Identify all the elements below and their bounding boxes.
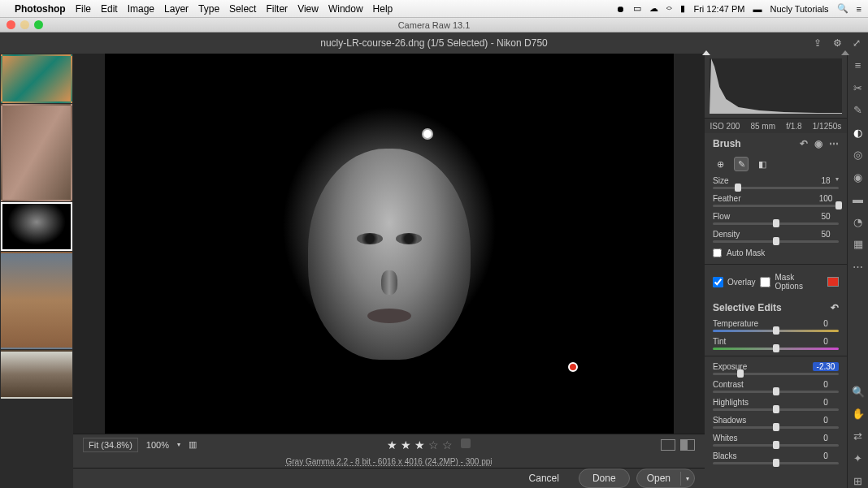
star-2[interactable]: ★	[401, 438, 411, 451]
menu-type[interactable]: Type	[198, 3, 219, 15]
export-icon[interactable]: ⇪	[811, 37, 824, 50]
overlay-checkbox[interactable]: Overlay	[713, 277, 755, 287]
density-slider[interactable]: Density50	[705, 227, 847, 245]
close-icon[interactable]	[7, 20, 15, 29]
size-flyout-icon[interactable]: ▾	[835, 175, 839, 183]
menu-window[interactable]: Window	[328, 3, 363, 15]
traffic-lights[interactable]	[0, 20, 43, 29]
menu-layer[interactable]: Layer	[164, 3, 189, 15]
open-button[interactable]: Open▾	[636, 469, 695, 488]
image-canvas[interactable]	[105, 54, 674, 434]
local-adjust-icon[interactable]: ◐	[851, 126, 866, 140]
flow-slider[interactable]: Flow50	[705, 209, 847, 227]
thumbnail-1[interactable]	[1, 54, 72, 103]
done-button[interactable]: Done	[579, 469, 630, 488]
erase-brush-icon[interactable]: ◧	[755, 157, 770, 171]
contrast-slider[interactable]: Contrast0	[705, 378, 847, 395]
thumbnail-5[interactable]	[1, 350, 72, 399]
hand-tool-icon[interactable]: ✋	[851, 407, 866, 421]
more-tools-icon[interactable]: ⋯	[851, 260, 866, 274]
chevron-down-icon[interactable]: ▾	[177, 441, 180, 448]
compare-icon[interactable]: ▥	[189, 439, 197, 450]
overlay-input[interactable]	[713, 277, 723, 287]
split-view-icon[interactable]	[680, 439, 695, 451]
menu-file[interactable]: File	[76, 3, 91, 15]
spotlight-icon[interactable]: 🔍	[837, 3, 848, 14]
screencast-icon[interactable]: ⏺	[616, 4, 625, 14]
battery-icon[interactable]: ▮	[680, 3, 685, 14]
menu-edit[interactable]: Edit	[101, 3, 118, 15]
new-brush-icon[interactable]: ⊕	[713, 157, 727, 171]
gradient-icon[interactable]: ▬	[851, 192, 866, 207]
cloud-icon[interactable]: ☁	[649, 3, 658, 14]
brush-pin-mask[interactable]	[568, 362, 578, 372]
shadows-slider[interactable]: Shadows0	[705, 413, 847, 431]
mask-options[interactable]: Mask Options	[760, 273, 839, 291]
single-view-icon[interactable]	[661, 439, 675, 451]
presets-icon[interactable]: ▦	[851, 237, 866, 252]
settings-gear-icon[interactable]: ⚙	[831, 37, 844, 50]
toggle-icon[interactable]: ⇄	[851, 430, 866, 444]
menu-select[interactable]: Select	[229, 3, 256, 15]
maskoptions-input[interactable]	[760, 277, 770, 287]
histogram[interactable]	[705, 54, 847, 119]
zoom-icon[interactable]	[34, 20, 43, 29]
exposure-slider[interactable]: Exposure-2.30	[705, 360, 847, 378]
filmstrip[interactable]	[0, 54, 73, 488]
tint-slider[interactable]: Tint0	[705, 335, 847, 352]
menu-filter[interactable]: Filter	[266, 3, 288, 15]
radial-icon[interactable]: ◉	[851, 171, 866, 185]
menu-help[interactable]: Help	[373, 3, 393, 15]
zoom-tool-icon[interactable]: 🔍	[851, 385, 866, 399]
whites-slider[interactable]: Whites0	[705, 431, 847, 449]
app-name[interactable]: Photoshop	[15, 3, 66, 15]
highlight-clip-icon[interactable]	[841, 50, 849, 55]
highlights-slider[interactable]: Highlights0	[705, 395, 847, 413]
tray-icon[interactable]: ▭	[633, 3, 641, 14]
rating-stars[interactable]: ★ ★ ★ ☆ ☆	[387, 438, 471, 451]
shadow-clip-icon[interactable]	[702, 50, 710, 55]
thumbnail-2[interactable]	[1, 104, 72, 201]
image-info-link[interactable]: Gray Gamma 2.2 - 8 bit - 6016 x 4016 (24…	[73, 455, 705, 468]
mask-color-swatch[interactable]	[827, 277, 839, 287]
fullscreen-icon[interactable]: ⤢	[850, 37, 863, 50]
canvas-area[interactable]	[73, 54, 705, 434]
temperature-slider[interactable]: Temperature0	[705, 317, 847, 335]
visibility-icon[interactable]: ◉	[814, 138, 822, 149]
spot-heal-icon[interactable]: ◔	[851, 215, 866, 230]
size-slider[interactable]: Size18 ▾	[705, 174, 847, 192]
sampler-icon[interactable]: ✦	[851, 451, 866, 466]
redeye-icon[interactable]: ◎	[851, 148, 866, 162]
menu-icon[interactable]: ≡	[857, 4, 861, 14]
add-brush-icon[interactable]: ✎	[734, 157, 749, 171]
minimize-icon[interactable]	[20, 20, 29, 29]
zoom-percent[interactable]: 100%	[146, 440, 169, 450]
thumbnail-4[interactable]	[1, 252, 72, 349]
menu-view[interactable]: View	[297, 3, 319, 15]
fit-zoom-dropdown[interactable]: Fit (34.8%)	[83, 438, 138, 452]
grid-icon[interactable]: ⊞	[851, 474, 866, 488]
menu-image[interactable]: Image	[128, 3, 154, 15]
automask-checkbox[interactable]: Auto Mask	[705, 245, 847, 261]
color-label[interactable]	[461, 438, 471, 448]
crop-tool-icon[interactable]: ✂	[851, 81, 866, 96]
star-1[interactable]: ★	[387, 438, 397, 451]
clock[interactable]: Fri 12:47 PM	[693, 4, 744, 14]
thumbnail-3-selected[interactable]	[1, 202, 72, 251]
automask-input[interactable]	[713, 248, 722, 257]
eyedropper-icon[interactable]: ✎	[851, 103, 866, 118]
flag-icon[interactable]: ▬	[753, 4, 762, 14]
chevron-down-icon[interactable]: ▾	[680, 472, 694, 486]
wifi-icon[interactable]: ⌔	[666, 4, 672, 14]
blacks-slider[interactable]: Blacks0	[705, 449, 847, 467]
cancel-button[interactable]: Cancel	[516, 469, 572, 487]
more-icon[interactable]: ⋯	[829, 138, 839, 149]
user-name[interactable]: Nucly Tutorials	[770, 4, 828, 14]
feather-slider[interactable]: Feather100	[705, 192, 847, 209]
undo-icon[interactable]: ↶	[800, 138, 808, 149]
brush-pin-active[interactable]	[422, 128, 433, 140]
star-5[interactable]: ☆	[442, 438, 453, 451]
edit-panel-icon[interactable]: ≡	[851, 58, 866, 73]
star-3[interactable]: ★	[414, 438, 425, 451]
star-4[interactable]: ☆	[428, 438, 439, 451]
